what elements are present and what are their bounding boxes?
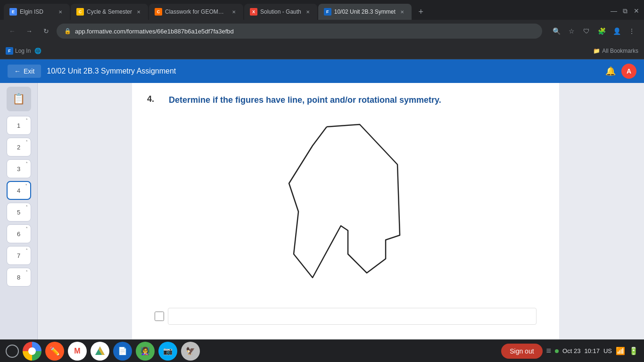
address-text: app.formative.com/formatives/66e1b887b6a… xyxy=(75,28,234,35)
taskbar-menu-icon[interactable]: ≡ xyxy=(546,346,552,356)
answer-area xyxy=(147,308,544,325)
chrome-app[interactable] xyxy=(23,342,41,361)
tab-classwork[interactable]: C Classwork for GEOMETR ✕ xyxy=(149,4,243,20)
maximize-button[interactable]: ⧉ xyxy=(621,7,629,15)
tab-favicon-unit: F xyxy=(324,8,331,16)
tab-favicon-classwork: C xyxy=(155,8,162,16)
tab-bar: E Elgin ISD ✕ C Cycle & Semester ✕ C Cla… xyxy=(0,0,644,20)
content-panel: 4. Determine if the figures have line, p… xyxy=(132,83,559,339)
refresh-button[interactable]: ↻ xyxy=(40,25,53,38)
q7-star: * xyxy=(26,247,28,252)
user-avatar[interactable]: A xyxy=(621,64,636,79)
minimize-button[interactable]: — xyxy=(610,7,618,15)
question-sidebar: 📋 1 * 2 * 3 * 4 * 5 * 6 * 7 * 8 xyxy=(0,83,38,339)
question-btn-6[interactable]: 6 * xyxy=(7,224,31,243)
classroom-app[interactable]: 👩‍🏫 xyxy=(136,342,155,361)
question-text: Determine if the figures have line, poin… xyxy=(169,94,441,106)
back-button[interactable]: ← xyxy=(6,25,19,38)
taskbar-date: Oct 23 xyxy=(562,347,580,354)
bookmarks-label: All Bookmarks xyxy=(602,48,638,54)
question-btn-2[interactable]: 2 * xyxy=(7,138,31,156)
tab-close-unit[interactable]: ✕ xyxy=(398,8,406,16)
tab-unit[interactable]: F 10/02 Unit 2B.3 Symmet ✕ xyxy=(318,4,412,20)
q6-label: 6 xyxy=(17,230,20,238)
answer-input[interactable] xyxy=(168,308,537,325)
close-button[interactable]: ✕ xyxy=(633,7,640,15)
right-panel xyxy=(559,83,644,339)
profile-icon[interactable]: 👤 xyxy=(610,25,623,38)
lock-icon: 🔒 xyxy=(64,28,71,34)
sketchbook-app[interactable]: ✏️ xyxy=(45,342,64,361)
q4-star: * xyxy=(25,183,27,188)
taskbar-region: US xyxy=(603,347,612,354)
question-btn-5[interactable]: 5 * xyxy=(7,203,31,222)
exit-button[interactable]: ← Exit xyxy=(8,65,41,78)
address-input[interactable]: 🔒 app.formative.com/formatives/66e1b887b… xyxy=(57,24,542,39)
q3-label: 3 xyxy=(17,165,20,173)
left-spacer xyxy=(38,83,132,339)
camera-app[interactable]: 📷 xyxy=(158,342,177,361)
q1-star: * xyxy=(26,117,28,122)
search-icon[interactable]: 🔍 xyxy=(550,25,563,38)
q1-label: 1 xyxy=(17,122,20,129)
app-header: ← Exit 10/02 Unit 2B.3 Symmetry Assignme… xyxy=(0,59,644,83)
figure-area xyxy=(147,117,544,296)
tab-favicon-cycle: C xyxy=(76,8,84,16)
question-btn-7[interactable]: 7 * xyxy=(7,246,31,265)
taskbar-time: 10:17 xyxy=(584,347,600,354)
formative-extension[interactable]: F Log In xyxy=(6,47,31,55)
tab-close-solution[interactable]: ✕ xyxy=(304,8,312,16)
tab-title-classwork: Classwork for GEOMETR xyxy=(165,8,227,15)
q2-label: 2 xyxy=(17,144,20,151)
q6-star: * xyxy=(26,226,28,230)
more-icon[interactable]: ⋮ xyxy=(625,25,638,38)
tab-title-unit: 10/02 Unit 2B.3 Symmet xyxy=(334,8,396,15)
tab-title-cycle: Cycle & Semester xyxy=(87,8,132,15)
tab-solution[interactable]: X Solution - Gauth ✕ xyxy=(244,4,317,20)
forward-button[interactable]: → xyxy=(23,25,36,38)
drive-app[interactable] xyxy=(91,342,109,361)
globe-icon[interactable]: 🌐 xyxy=(34,48,41,54)
folder-icon: 📁 xyxy=(593,48,600,54)
question-header: 4. Determine if the figures have line, p… xyxy=(147,94,544,106)
bell-icon[interactable]: 🔔 xyxy=(605,66,616,76)
window-controls: — ⧉ ✕ xyxy=(610,7,640,16)
address-bar: ← → ↻ 🔒 app.formative.com/formatives/66e… xyxy=(0,20,644,42)
clipboard-icon[interactable]: 📋 xyxy=(7,87,31,111)
q7-label: 7 xyxy=(17,252,20,259)
wifi-icon: 📶 xyxy=(616,346,625,355)
question-btn-1[interactable]: 1 * xyxy=(7,116,31,135)
q5-label: 5 xyxy=(17,209,20,216)
bookmark-star-icon[interactable]: ☆ xyxy=(565,25,578,38)
tab-close-classwork[interactable]: ✕ xyxy=(230,8,238,16)
log-in-label[interactable]: Log In xyxy=(15,48,31,54)
tab-close-elgin[interactable]: ✕ xyxy=(57,8,64,16)
exit-label: Exit xyxy=(24,67,34,75)
symmetry-shape xyxy=(265,117,426,296)
new-tab-button[interactable]: + xyxy=(414,5,428,18)
tab-close-cycle[interactable]: ✕ xyxy=(135,8,142,16)
tab-cycle[interactable]: C Cycle & Semester ✕ xyxy=(71,4,148,20)
shield-icon[interactable]: 🛡 xyxy=(580,25,593,38)
all-bookmarks[interactable]: 📁 All Bookmarks xyxy=(593,48,638,54)
wiki-app[interactable]: 🦅 xyxy=(181,342,200,361)
tab-favicon-elgin: E xyxy=(9,8,17,16)
q3-star: * xyxy=(26,161,28,165)
question-btn-4[interactable]: 4 * xyxy=(7,181,31,200)
question-btn-8[interactable]: 8 * xyxy=(7,268,31,287)
launcher-button[interactable] xyxy=(6,345,19,358)
q8-label: 8 xyxy=(17,274,20,281)
tab-elgin[interactable]: E Elgin ISD ✕ xyxy=(4,4,70,20)
browser-chrome: E Elgin ISD ✕ C Cycle & Semester ✕ C Cla… xyxy=(0,0,644,59)
sign-out-button[interactable]: Sign out xyxy=(501,344,542,359)
status-dot xyxy=(555,349,559,353)
extension-icon[interactable]: 🧩 xyxy=(595,25,608,38)
docs-app[interactable]: 📄 xyxy=(113,342,132,361)
battery-icon: 🔋 xyxy=(629,346,638,355)
answer-checkbox[interactable] xyxy=(155,312,164,321)
gmail-app[interactable]: M xyxy=(68,342,87,361)
extensions-bar: F Log In 🌐 📁 All Bookmarks xyxy=(0,42,644,59)
question-btn-3[interactable]: 3 * xyxy=(7,159,31,178)
assignment-title: 10/02 Unit 2B.3 Symmetry Assignment xyxy=(47,67,176,75)
tab-title-solution: Solution - Gauth xyxy=(260,8,301,15)
